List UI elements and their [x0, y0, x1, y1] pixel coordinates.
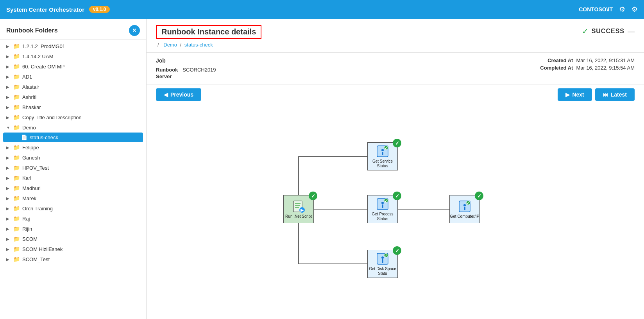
created-row: Created At Mar 16, 2022, 9:15:31 AM [540, 57, 635, 63]
sidebar-item-label: HPOV_Test [22, 165, 49, 171]
chevron-icon: ▶ [6, 65, 12, 69]
sidebar-item-scom[interactable]: ▶📁SCOM [0, 234, 146, 244]
diagram-node-get_service[interactable]: ✓Get Service Status✓ [367, 142, 398, 170]
sidebar-item-copytitle[interactable]: ▶📁Copy Title and Description [0, 112, 146, 122]
chevron-icon: ▶ [6, 85, 12, 89]
chevron-icon: ▶ [6, 54, 12, 59]
top-header: System Center Orchestrator v0.1.0 CONTOS… [0, 0, 644, 19]
sidebar-item-label: SCOM HizliEsnek [22, 246, 63, 252]
runbook-label: Runbook [156, 67, 178, 73]
status-text: SUCCESS [592, 28, 624, 35]
sidebar-item-ad1[interactable]: ▶📁AD1 [0, 72, 146, 82]
gear-icon[interactable]: ⚙ [631, 5, 638, 14]
job-left: Job Runbook SCORCH2019 Server [156, 57, 216, 79]
svg-point-32 [381, 256, 384, 259]
sidebar-item-label: status-check [30, 134, 58, 140]
status-section: ✓ SUCCESS — [582, 25, 635, 36]
folder-icon: 📁 [13, 165, 20, 171]
chevron-icon: ▶ [6, 105, 12, 109]
sidebar-item-bhaskar[interactable]: ▶📁Bhaskar [0, 102, 146, 112]
chevron-icon: ▶ [6, 196, 12, 201]
file-icon: 📄 [21, 134, 27, 140]
diagram-node-get_process[interactable]: ✓Get Process Status✓ [367, 195, 398, 223]
nav-right: ▶ Next ⏭ Latest [558, 88, 635, 101]
svg-text:✓: ✓ [385, 254, 388, 258]
diagram-node-get_computer[interactable]: ✓Get Computer/IP✓ [449, 195, 480, 223]
sidebar-item-rijin[interactable]: ▶📁Rijin [0, 224, 146, 234]
sidebar-item-label: Rijin [22, 226, 32, 232]
settings-icon[interactable]: ⚙ [619, 5, 625, 14]
folder-icon: 📁 [13, 104, 20, 110]
sidebar-item-madhuri[interactable]: ▶📁Madhuri [0, 183, 146, 193]
sidebar-item-1212[interactable]: ▶📁1.2.1.2_ProdMG01 [0, 41, 146, 51]
sidebar-item-marek[interactable]: ▶📁Marek [0, 193, 146, 203]
sidebar-item-label: Karl [22, 175, 31, 181]
chevron-icon: ▼ [6, 125, 12, 130]
success-check-icon: ✓ [582, 27, 589, 36]
created-value: Mar 16, 2022, 9:15:31 AM [576, 57, 635, 63]
latest-arrow-icon: ⏭ [603, 91, 608, 98]
sidebar-item-label: 60. Create OM MP [22, 64, 64, 70]
sidebar-item-demo[interactable]: ▼📁Demo [0, 122, 146, 133]
svg-point-27 [463, 204, 466, 206]
nav-bar: ◀ Previous ▶ Next ⏭ Latest [147, 84, 644, 105]
sidebar-item-orchtraining[interactable]: ▶📁Orch Training [0, 203, 146, 213]
sidebar-item-alastair[interactable]: ▶📁Alastair [0, 82, 146, 92]
sidebar-item-scomtest[interactable]: ▶📁SCOM_Test [0, 254, 146, 264]
folder-icon: 📁 [13, 215, 20, 222]
sidebar-item-status-check[interactable]: 📄status-check [3, 133, 143, 142]
folder-icon: 📁 [13, 144, 20, 151]
job-details: Job Runbook SCORCH2019 Server Created At… [147, 53, 644, 84]
sidebar-item-karl[interactable]: ▶📁Karl [0, 173, 146, 183]
main-layout: Runbook Folders × ▶📁1.2.1.2_ProdMG01▶📁1.… [0, 19, 644, 319]
sidebar-item-hpov[interactable]: ▶📁HPOV_Test [0, 163, 146, 173]
job-label: Job [156, 57, 216, 64]
folder-icon: 📁 [13, 73, 20, 80]
sidebar-item-label: SCOM [22, 236, 38, 242]
breadcrumb-item[interactable]: status-check [184, 42, 213, 48]
content-header: Runbook Instance details ✓ SUCCESS — / D… [147, 19, 644, 53]
sidebar-item-ganesh[interactable]: ▶📁Ganesh [0, 152, 146, 163]
folder-icon: 📁 [13, 226, 20, 232]
minimize-icon[interactable]: — [628, 27, 635, 36]
sidebar-item-60[interactable]: ▶📁60. Create OM MP [0, 61, 146, 72]
sidebar-item-label: 1.4.14.2 UAM [22, 54, 54, 59]
svg-rect-28 [464, 207, 465, 210]
chevron-icon: ▶ [6, 75, 12, 79]
dates-area: Created At Mar 16, 2022, 9:15:31 AM Comp… [540, 57, 635, 72]
success-badge-run_net: ✓ [309, 192, 317, 200]
chevron-icon: ▶ [6, 44, 12, 48]
chevron-icon: ▶ [6, 227, 12, 231]
latest-label: Latest [611, 91, 627, 98]
header-right: CONTOSO\IT ⚙ ⚙ [579, 5, 638, 14]
completed-label: Completed At [540, 65, 573, 71]
previous-button[interactable]: ◀ Previous [156, 88, 201, 101]
breadcrumb-demo[interactable]: Demo [163, 42, 177, 48]
folder-icon: 📁 [13, 195, 20, 201]
breadcrumb-sep1: / [157, 42, 159, 48]
job-row: Job Runbook SCORCH2019 Server Created At… [156, 57, 635, 79]
sidebar-item-felippe[interactable]: ▶📁Felippe [0, 142, 146, 152]
diagram-node-run_net[interactable]: ▶Run .Net Script✓ [283, 195, 314, 223]
sidebar-item-ashriti[interactable]: ▶📁Ashriti [0, 92, 146, 102]
diagram-node-get_disk[interactable]: ✓Get Disk Space Statu✓ [367, 250, 398, 278]
page-title: Runbook Instance details [161, 27, 256, 36]
next-label: Next [572, 91, 584, 98]
main-content: Runbook Instance details ✓ SUCCESS — / D… [147, 19, 644, 319]
sidebar-item-raj[interactable]: ▶📁Raj [0, 213, 146, 224]
svg-point-22 [381, 202, 384, 204]
folder-icon: 📁 [13, 246, 20, 252]
node-label-get_service: Get Service Status [368, 159, 397, 168]
latest-button[interactable]: ⏭ Latest [595, 88, 635, 101]
success-badge-get_disk: ✓ [393, 246, 401, 255]
folder-icon: 📁 [13, 84, 20, 90]
folder-icon: 📁 [13, 256, 20, 262]
close-button[interactable]: × [129, 25, 140, 36]
folder-icon: 📁 [13, 175, 20, 181]
sidebar-item-scomhizli[interactable]: ▶📁SCOM HizliEsnek [0, 244, 146, 254]
next-button[interactable]: ▶ Next [558, 88, 592, 101]
svg-text:✓: ✓ [385, 146, 388, 150]
sidebar-item-1414[interactable]: ▶📁1.4.14.2 UAM [0, 51, 146, 61]
folder-icon: 📁 [13, 43, 20, 49]
sidebar-item-label: Madhuri [22, 185, 41, 191]
